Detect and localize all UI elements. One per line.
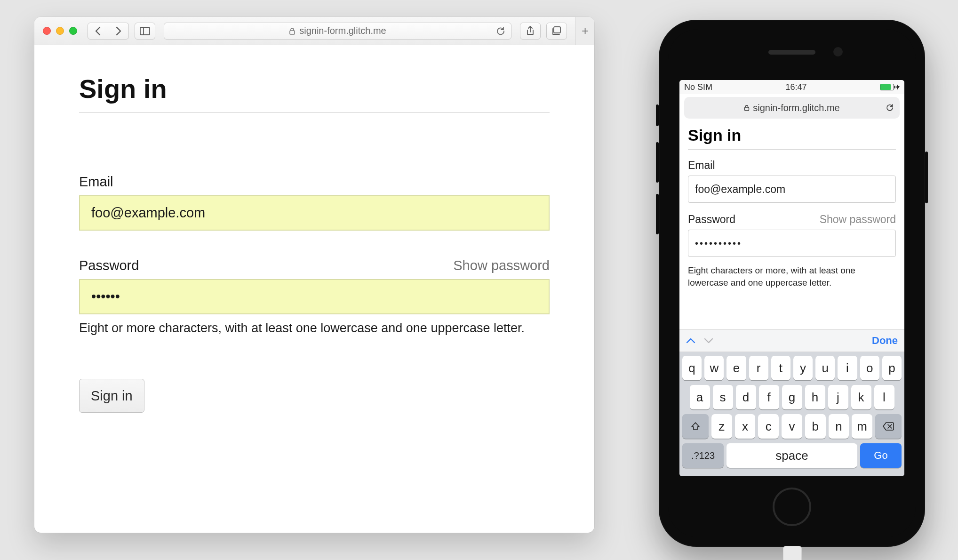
reload-button[interactable] xyxy=(496,26,505,36)
phone-screen: No SIM 16:47 signin-form.glitch.me Sign … xyxy=(679,80,904,476)
shift-key[interactable] xyxy=(682,414,709,439)
keyboard-accessory-bar: Done xyxy=(679,329,904,352)
chevron-left-icon xyxy=(95,26,101,36)
lock-icon xyxy=(289,27,295,35)
close-window-button[interactable] xyxy=(43,27,51,35)
iphone-device: No SIM 16:47 signin-form.glitch.me Sign … xyxy=(659,20,925,547)
reload-icon xyxy=(886,104,894,112)
mobile-url-text: signin-form.glitch.me xyxy=(753,103,840,113)
address-bar[interactable]: signin-form.glitch.me xyxy=(164,23,511,40)
password-hint: Eight or more characters, with at least … xyxy=(79,321,550,336)
forward-button[interactable] xyxy=(108,23,129,40)
volume-up-button xyxy=(656,142,659,183)
keyboard-row-2: asdfghjkl xyxy=(682,385,902,409)
key-o[interactable]: o xyxy=(860,356,879,380)
key-p[interactable]: p xyxy=(882,356,902,380)
key-b[interactable]: b xyxy=(805,414,826,439)
next-field-button[interactable] xyxy=(704,337,713,344)
email-field-group: Email xyxy=(79,174,550,231)
battery-icon xyxy=(880,84,894,90)
show-password-toggle[interactable]: Show password xyxy=(453,258,550,273)
key-m[interactable]: m xyxy=(852,414,872,439)
mobile-reload-button[interactable] xyxy=(886,104,894,112)
mobile-page-content: Sign in Email Password Show password Eig… xyxy=(679,121,904,329)
backspace-icon xyxy=(882,422,894,431)
browser-toolbar: signin-form.glitch.me + xyxy=(34,17,594,45)
reload-icon xyxy=(496,26,505,36)
volume-down-button xyxy=(656,194,659,234)
keyboard-done-button[interactable]: Done xyxy=(872,335,898,347)
key-g[interactable]: g xyxy=(782,385,802,409)
carrier-text: No SIM xyxy=(684,82,712,92)
mobile-show-password-toggle[interactable]: Show password xyxy=(820,213,896,226)
key-i[interactable]: i xyxy=(838,356,857,380)
new-tab-button[interactable]: + xyxy=(575,17,594,45)
zoom-window-button[interactable] xyxy=(69,27,77,35)
clock-text: 16:47 xyxy=(785,82,806,92)
mobile-password-input[interactable] xyxy=(688,230,896,257)
sign-in-button[interactable]: Sign in xyxy=(79,379,144,413)
svg-rect-2 xyxy=(290,31,295,34)
status-bar: No SIM 16:47 xyxy=(679,80,904,94)
password-label: Password xyxy=(79,258,139,273)
svg-rect-0 xyxy=(140,27,150,35)
mobile-password-label: Password xyxy=(688,213,735,226)
key-e[interactable]: e xyxy=(726,356,746,380)
key-v[interactable]: v xyxy=(782,414,802,439)
tabs-icon xyxy=(551,26,562,36)
share-button[interactable] xyxy=(520,23,541,40)
mobile-email-label: Email xyxy=(688,159,715,172)
speaker-grille xyxy=(768,50,815,55)
shift-icon xyxy=(690,421,701,432)
power-button xyxy=(925,152,928,203)
plus-icon: + xyxy=(582,24,589,38)
numbers-key[interactable]: .?123 xyxy=(682,443,724,468)
charging-cable xyxy=(783,546,802,560)
key-s[interactable]: s xyxy=(713,385,733,409)
keyboard-row-1: qwertyuiop xyxy=(682,356,902,380)
space-key[interactable]: space xyxy=(726,443,857,468)
chevron-down-icon xyxy=(704,337,713,344)
page-content: Sign in Email Password Show password Eig… xyxy=(34,45,594,441)
keyboard-row-3: zxcvbnm xyxy=(682,414,902,439)
key-w[interactable]: w xyxy=(704,356,724,380)
go-key[interactable]: Go xyxy=(860,443,902,468)
password-input[interactable] xyxy=(79,279,550,314)
mobile-email-input[interactable] xyxy=(688,176,896,203)
battery-indicator xyxy=(880,84,900,90)
mobile-password-hint: Eight characters or more, with at least … xyxy=(688,264,896,288)
key-l[interactable]: l xyxy=(874,385,894,409)
sidebar-button[interactable] xyxy=(135,23,155,40)
key-c[interactable]: c xyxy=(758,414,779,439)
password-field-group: Password Show password Eight or more cha… xyxy=(79,258,550,336)
chevron-right-icon xyxy=(115,26,122,36)
key-y[interactable]: y xyxy=(793,356,813,380)
window-controls xyxy=(43,27,77,35)
key-a[interactable]: a xyxy=(690,385,710,409)
key-u[interactable]: u xyxy=(815,356,835,380)
key-z[interactable]: z xyxy=(711,414,732,439)
page-title: Sign in xyxy=(79,73,550,113)
key-n[interactable]: n xyxy=(829,414,849,439)
key-q[interactable]: q xyxy=(682,356,702,380)
back-button[interactable] xyxy=(88,23,108,40)
on-screen-keyboard: qwertyuiop asdfghjkl zxcvbnm .?123 space… xyxy=(679,352,904,476)
key-x[interactable]: x xyxy=(735,414,756,439)
key-h[interactable]: h xyxy=(805,385,825,409)
key-t[interactable]: t xyxy=(771,356,790,380)
backspace-key[interactable] xyxy=(875,414,902,439)
sidebar-icon xyxy=(140,27,150,35)
key-j[interactable]: j xyxy=(828,385,848,409)
tabs-button[interactable] xyxy=(546,23,567,40)
key-k[interactable]: k xyxy=(851,385,871,409)
email-input[interactable] xyxy=(79,195,550,231)
mobile-address-bar[interactable]: signin-form.glitch.me xyxy=(684,97,900,119)
key-d[interactable]: d xyxy=(736,385,756,409)
minimize-window-button[interactable] xyxy=(56,27,64,35)
key-r[interactable]: r xyxy=(749,356,768,380)
mute-switch xyxy=(656,104,659,126)
home-button[interactable] xyxy=(773,488,811,526)
key-f[interactable]: f xyxy=(759,385,779,409)
prev-field-button[interactable] xyxy=(686,337,695,344)
svg-rect-4 xyxy=(745,107,749,111)
